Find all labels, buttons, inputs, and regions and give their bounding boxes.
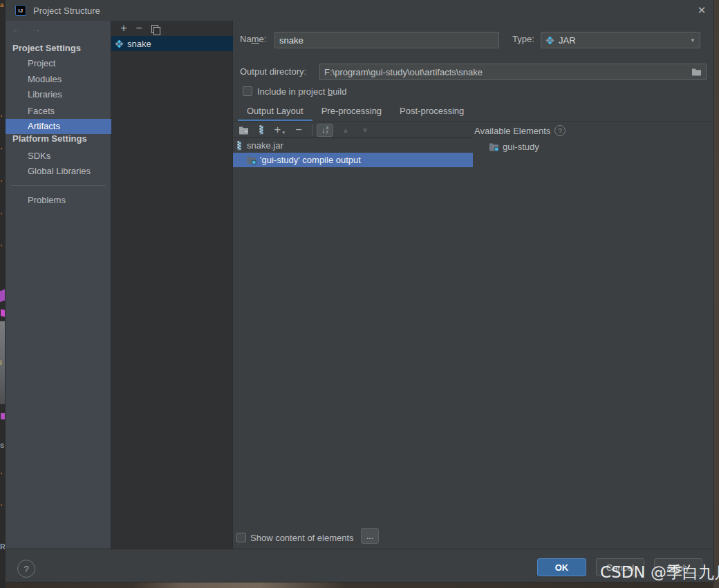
jar-type-icon xyxy=(545,36,554,45)
add-copy-of-directory-button[interactable]: ++ xyxy=(234,123,252,137)
name-label: Name: xyxy=(240,34,266,44)
type-label: Type: xyxy=(512,34,534,44)
back-arrow-icon[interactable]: ← xyxy=(10,21,24,35)
background-code-fragment: ' xyxy=(1,179,2,186)
output-directory-value: F:\program\gui-study\out\artifacts\snake xyxy=(324,67,691,77)
tab-pre-processing[interactable]: Pre-processing xyxy=(312,102,391,122)
type-selected-value: JAR xyxy=(559,35,576,46)
output-directory-label: Output directory: xyxy=(240,66,306,77)
background-code-fragment xyxy=(1,309,5,317)
background-code-fragment: ' xyxy=(1,243,2,250)
minus-icon: − xyxy=(295,124,301,135)
sidebar-item-facets[interactable]: Facets xyxy=(6,104,111,119)
remove-artifact-button[interactable]: − xyxy=(133,21,145,36)
available-element-gui-study[interactable]: gui-study xyxy=(485,140,713,154)
dialog-titlebar: IJ Project Structure ✕ xyxy=(6,0,713,21)
artifact-name-input[interactable] xyxy=(274,32,499,48)
background-code-fragment: i xyxy=(0,359,2,366)
close-icon[interactable]: ✕ xyxy=(694,3,709,17)
layout-tabs: Output Layout Pre-processing Post-proces… xyxy=(238,102,473,122)
tab-output-layout[interactable]: Output Layout xyxy=(238,102,312,122)
remove-element-button[interactable]: − xyxy=(290,123,308,137)
output-layout-toolbar: ++ +▼ − ↓ az ▲ ▼ xyxy=(233,122,473,137)
module-output-folder-icon xyxy=(489,142,499,151)
svg-text:+: + xyxy=(244,129,248,135)
forward-arrow-icon[interactable]: → xyxy=(29,21,43,35)
tabs-separator xyxy=(233,121,713,122)
minus-icon: − xyxy=(136,23,142,34)
toolbar-separator xyxy=(312,124,312,135)
sidebar-item-project[interactable]: Project xyxy=(6,56,111,71)
sidebar-item-global-libraries[interactable]: Global Libraries xyxy=(6,164,111,179)
jar-icon xyxy=(258,125,265,135)
background-right-strip xyxy=(713,0,719,588)
folder-plus-icon: ++ xyxy=(239,126,249,135)
available-elements-header: Available Elements ? xyxy=(474,124,566,137)
sidebar-item-sdks[interactable]: SDKs xyxy=(6,149,111,164)
artifact-editor-panel: Name: Type: JAR ▼ Output directory: F:\p… xyxy=(233,21,713,549)
sidebar-divider xyxy=(11,185,106,186)
background-code-fragment: ' xyxy=(1,471,2,478)
include-in-project-build-checkbox[interactable] xyxy=(243,86,252,96)
move-down-button[interactable]: ▼ xyxy=(355,123,375,137)
sidebar-item-modules[interactable]: Modules xyxy=(6,72,111,87)
module-output-folder-icon xyxy=(246,155,256,164)
csdn-watermark: CSDN @季白九月 xyxy=(600,562,719,583)
copy-artifact-button[interactable] xyxy=(149,22,162,37)
add-element-button[interactable]: +▼ xyxy=(270,123,290,137)
include-in-project-build-label: Include in project build xyxy=(257,86,346,97)
more-options-button[interactable]: ... xyxy=(361,528,379,544)
ok-button[interactable]: OK xyxy=(537,558,586,576)
create-archive-button[interactable] xyxy=(252,123,270,137)
tree-item-label: 'gui-study' compile output xyxy=(260,155,361,165)
settings-sidebar: ← → Project Settings Project Modules Lib… xyxy=(6,21,111,549)
tree-row-snake-jar[interactable]: snake.jar xyxy=(233,138,473,153)
background-code-fragment: ' xyxy=(1,146,2,153)
artifact-type-dropdown[interactable]: JAR ▼ xyxy=(541,32,700,48)
output-directory-field[interactable]: F:\program\gui-study\out\artifacts\snake xyxy=(319,64,707,80)
background-code-fragment xyxy=(0,290,5,303)
sidebar-section-project-settings: Project Settings xyxy=(6,41,111,55)
tree-row-compile-output[interactable]: 'gui-study' compile output xyxy=(233,153,473,167)
jar-icon xyxy=(236,141,243,151)
intellij-logo-icon: IJ xyxy=(15,5,26,16)
background-code-fragment: R xyxy=(0,542,6,551)
background-code-fragment: ' xyxy=(1,211,2,218)
browse-folder-icon[interactable] xyxy=(691,68,702,76)
sidebar-item-problems[interactable]: Problems xyxy=(6,193,111,208)
artifact-icon xyxy=(115,39,124,48)
project-structure-dialog: IJ Project Structure ✕ ← → Project Setti… xyxy=(6,0,713,582)
sidebar-item-libraries[interactable]: Libraries xyxy=(6,87,111,102)
background-code-fragment: ' xyxy=(1,114,2,121)
sort-az-icon: az xyxy=(326,126,328,134)
show-content-of-elements-checkbox[interactable] xyxy=(236,533,246,542)
sort-arrow-icon: ↓ xyxy=(321,126,326,134)
add-artifact-button[interactable]: + xyxy=(118,21,130,36)
dropdown-arrow-icon: ▼ xyxy=(281,131,286,135)
background-code-fragment: ' xyxy=(1,503,2,510)
plus-icon: + xyxy=(274,124,281,135)
plus-icon: + xyxy=(120,23,127,34)
copy-icon xyxy=(151,25,160,35)
background-code-fragment: S xyxy=(0,442,4,449)
artifact-item-label: snake xyxy=(127,39,151,49)
show-content-of-elements-label: Show content of elements xyxy=(250,533,354,543)
help-question-icon[interactable]: ? xyxy=(554,125,566,136)
tree-item-label: snake.jar xyxy=(247,140,283,151)
artifacts-list-panel: + − snake xyxy=(111,21,233,549)
sidebar-section-platform-settings: Platform Settings xyxy=(6,132,111,146)
chevron-down-icon: ▼ xyxy=(690,37,695,44)
available-element-label: gui-study xyxy=(503,142,539,152)
dialog-title: Project Structure xyxy=(33,6,100,16)
background-code-fragment: a xyxy=(0,1,3,8)
sort-alphabetically-button[interactable]: ↓ az xyxy=(317,124,333,137)
artifact-list-item-snake[interactable]: snake xyxy=(111,36,233,51)
background-code-fragment xyxy=(1,413,5,419)
help-button[interactable]: ? xyxy=(17,560,35,578)
tab-post-processing[interactable]: Post-processing xyxy=(391,102,473,122)
move-up-button[interactable]: ▲ xyxy=(336,123,355,137)
